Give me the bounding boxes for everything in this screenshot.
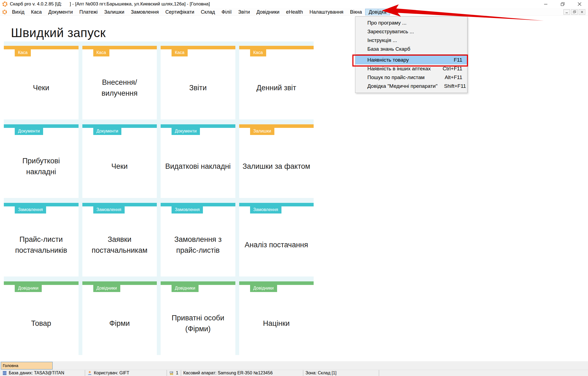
tile-category-badge: Довідники: [93, 285, 120, 292]
menu-item-sklad[interactable]: Склад: [197, 9, 218, 15]
tile-title: Денний звіт: [239, 56, 314, 119]
tile-category-badge: Замовлення: [172, 206, 203, 213]
menu-item-baza-znan[interactable]: База знань Скарб: [355, 45, 467, 53]
page-title: Швидкий запуск: [4, 24, 314, 41]
menu-item-zamovlennia[interactable]: Замовлення: [128, 9, 162, 15]
tile-strip: [4, 46, 79, 49]
menu-item-nalashtuvannia[interactable]: Налаштування: [306, 9, 347, 15]
menu-item-filii[interactable]: Філії: [218, 9, 235, 15]
tile-title: Залишки за фактом: [239, 135, 314, 198]
tile-category-badge: Каса: [93, 49, 109, 56]
menu-item-poshuk-po-prais-lystam[interactable]: Пошук по прайс-листам Alt+F11: [355, 73, 467, 82]
status-zone: Зона: Склад [1]: [303, 370, 379, 376]
tile-dennyi-zvit[interactable]: Каса Денний звіт: [239, 46, 314, 119]
tile-grid: Каса Чеки Каса Внесення/вилучення Каса З…: [4, 41, 314, 355]
menu-item-dovidka-medychni-preparaty[interactable]: Довідка "Медичні препарати" Shift+F11: [355, 82, 467, 91]
tile-prais-lysty-postachalnykiv[interactable]: Замовлення Прайс-листи постачальників: [4, 203, 79, 276]
tile-natsinky[interactable]: Довідники Націнки: [239, 281, 314, 355]
tile-title: Прибуткові накладні: [4, 135, 79, 198]
restore-button[interactable]: [554, 0, 571, 8]
tile-category-badge: Довідники: [172, 285, 199, 292]
tile-pryvatni-osoby[interactable]: Довідники Приватні особи (Фірми): [161, 281, 235, 355]
tile-zamovlennia-z-prais-lystiv[interactable]: Замовлення Замовлення з прайс-листів: [161, 203, 235, 276]
tile-cheky-dokumenty[interactable]: Документи Чеки: [82, 124, 157, 198]
tile-category-badge: Залишки: [250, 128, 275, 135]
minimize-button[interactable]: [537, 0, 554, 8]
tile-category-badge: Каса: [172, 49, 188, 56]
menu-item-zareiestruvatys[interactable]: Зареєструватись ...: [355, 27, 467, 36]
tile-zaiavky-postachalnykam[interactable]: Замовлення Заявки постачальникам: [82, 203, 157, 276]
status-bar: База даних: TASA3@TITAN Користувач: GIFT…: [0, 370, 588, 376]
tile-tovar[interactable]: Довідники Товар: [4, 281, 79, 355]
menu-item-platezhi[interactable]: Платежі: [76, 9, 101, 15]
tile-category-badge: Замовлення: [93, 206, 125, 213]
tile-category-badge: Документи: [93, 128, 122, 135]
tile-analiz-postachannia[interactable]: Замовлення Аналіз постачання: [239, 203, 314, 276]
database-icon: [2, 371, 7, 375]
tile-strip: [161, 124, 235, 128]
tile-prybutkovi-nakladni[interactable]: Документи Прибуткові накладні: [4, 124, 79, 198]
tile-strip: [239, 124, 314, 128]
tile-strip: [82, 203, 157, 206]
menu-item-dokumenty[interactable]: Документи: [45, 9, 76, 15]
menu-item-naiavnist-tovaru[interactable]: Наявність товару F11: [355, 56, 467, 64]
tile-category-badge: Каса: [250, 49, 266, 56]
tile-title: Чеки: [4, 56, 79, 119]
tile-zvity[interactable]: Каса Звіти: [161, 46, 235, 119]
close-button[interactable]: [571, 0, 588, 8]
tile-cheky-kasa[interactable]: Каса Чеки: [4, 46, 79, 119]
tile-strip: [161, 281, 235, 285]
tab-row: Головна: [0, 361, 588, 370]
tile-strip: [4, 203, 79, 206]
tile-strip: [82, 281, 157, 285]
cash-register-icon: [169, 371, 174, 375]
tile-title: Націнки: [239, 292, 314, 355]
tile-strip: [82, 124, 157, 128]
tile-strip: [239, 281, 314, 285]
tile-vydatkovi-nakladni[interactable]: Документи Видаткові накладні: [161, 124, 235, 198]
menu-item-sertyfikaty[interactable]: Сертифікати: [162, 9, 197, 15]
menu-item-dovidnyky[interactable]: Довідники: [253, 9, 283, 15]
tile-strip: [161, 203, 235, 206]
tile-category-badge: Замовлення: [250, 206, 281, 213]
menu-item-zalyshky[interactable]: Залишки: [101, 9, 128, 15]
menu-item-instruktsiia[interactable]: Інструкція ...: [355, 36, 467, 45]
help-dropdown-menu: Про програму ... Зареєструватись ... Інс…: [355, 16, 467, 93]
status-user: Користувач: GIFT: [85, 370, 167, 376]
tile-vnesennia-vyluchennia[interactable]: Каса Внесення/вилучення: [82, 46, 157, 119]
tile-strip: [239, 203, 314, 206]
tile-strip: [4, 281, 79, 285]
tile-firmy[interactable]: Довідники Фірми: [82, 281, 157, 355]
mdi-close-button[interactable]: [579, 9, 585, 15]
menu-bar: Вихід Каса Документи Платежі Залишки Зам…: [0, 8, 588, 16]
tile-title: Прайс-листи постачальників: [4, 213, 79, 276]
tile-category-badge: Довідники: [250, 285, 277, 292]
tile-title: Внесення/вилучення: [82, 56, 157, 119]
mdi-minimize-button[interactable]: [563, 9, 570, 15]
title-bar: Скарб pro v. 4.0.2.85 [ІД: ] - [Апт №003…: [0, 0, 588, 8]
menu-item-kasa[interactable]: Каса: [28, 9, 45, 15]
tile-title: Приватні особи (Фірми): [161, 292, 235, 355]
tile-title: Товар: [4, 292, 79, 355]
tile-title: Чеки: [82, 135, 157, 198]
status-cash-count: 1: [167, 370, 181, 376]
tile-zalyshky-za-faktom[interactable]: Залишки Залишки за фактом: [239, 124, 314, 198]
tab-holovna[interactable]: Головна: [1, 362, 53, 369]
menu-item-vykhid[interactable]: Вихід: [9, 9, 28, 15]
menu-item-dovidka[interactable]: Довідка: [365, 9, 390, 15]
menu-item-pro-prohramu[interactable]: Про програму ...: [355, 19, 467, 27]
menu-item-ehealth[interactable]: eHealth: [283, 9, 306, 15]
menu-item-vikna[interactable]: Вікна: [347, 9, 365, 15]
child-window-icon: [2, 10, 7, 14]
status-empty: [379, 370, 588, 376]
quick-launch-panel: Швидкий запуск Каса Чеки Каса Внесення/в…: [4, 24, 314, 355]
tile-category-badge: Каса: [15, 49, 31, 56]
tile-strip: [4, 124, 79, 128]
tile-title: Фірми: [82, 292, 157, 355]
tile-category-badge: Документи: [15, 128, 43, 135]
menu-item-naiavnist-v-inshykh-aptekakh[interactable]: Наявність в інших аптеках Ctrl+F11: [355, 64, 467, 73]
menu-item-zvity[interactable]: Звіти: [235, 9, 253, 15]
status-database: База даних: TASA3@TITAN: [0, 370, 85, 376]
tile-title: Звіти: [161, 56, 235, 119]
mdi-restore-button[interactable]: [571, 9, 578, 15]
